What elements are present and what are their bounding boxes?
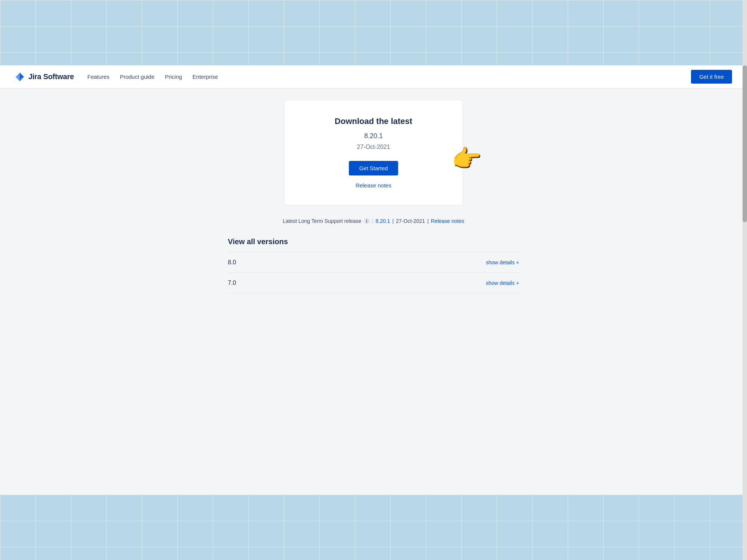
jira-logo-icon (15, 72, 25, 82)
version-row-number: 8.0 (228, 259, 236, 266)
cursor-hand-icon: 👉 (452, 144, 481, 172)
nav-item-features[interactable]: Features (87, 74, 109, 80)
table-row: 8.0 show details + (228, 252, 519, 273)
lts-info-icon: i (364, 218, 370, 224)
lts-separator: : (372, 218, 374, 224)
release-date: 27-Oct-2021 (314, 144, 433, 150)
version-number: 8.20.1 (314, 132, 433, 140)
top-grid-background (0, 0, 747, 65)
get-it-free-button[interactable]: Get it free (691, 70, 732, 84)
table-row: 7.0 show details + (228, 273, 519, 293)
lts-info-bar: Latest Long Term Support release i : 8.2… (283, 218, 464, 224)
navbar: Jira Software Features Product guide Pri… (0, 65, 747, 88)
lts-version-link[interactable]: 8.20.1 (375, 218, 390, 224)
lts-prefix-text: Latest Long Term Support release (283, 218, 362, 224)
versions-section: View all versions 8.0 show details + 7.0… (228, 237, 519, 293)
scrollbar-thumb[interactable] (743, 65, 747, 222)
release-notes-link[interactable]: Release notes (314, 182, 433, 189)
download-card: Download the latest 8.20.1 27-Oct-2021 G… (284, 100, 463, 205)
logo-text: Jira Software (28, 72, 74, 81)
card-title: Download the latest (314, 116, 433, 126)
version-row-number: 7.0 (228, 280, 236, 286)
bottom-grid-background (0, 495, 747, 560)
nav-left: Jira Software Features Product guide Pri… (15, 72, 218, 82)
lts-date-text: 27-Oct-2021 (396, 218, 425, 224)
versions-title: View all versions (228, 237, 519, 246)
get-started-button[interactable]: Get Started (349, 161, 399, 175)
lts-date: | (392, 218, 394, 224)
logo-area: Jira Software (15, 72, 74, 82)
lts-release-notes-link[interactable]: Release notes (431, 218, 465, 224)
nav-item-pricing[interactable]: Pricing (165, 74, 182, 80)
nav-links: Features Product guide Pricing Enterpris… (87, 74, 218, 80)
show-details-link-7[interactable]: show details + (486, 280, 519, 286)
show-details-link-8[interactable]: show details + (486, 259, 519, 265)
scrollbar-track[interactable] (743, 0, 747, 560)
nav-item-product-guide[interactable]: Product guide (120, 74, 155, 80)
nav-item-enterprise[interactable]: Enterprise (192, 74, 218, 80)
main-content: Download the latest 8.20.1 27-Oct-2021 G… (0, 88, 747, 495)
